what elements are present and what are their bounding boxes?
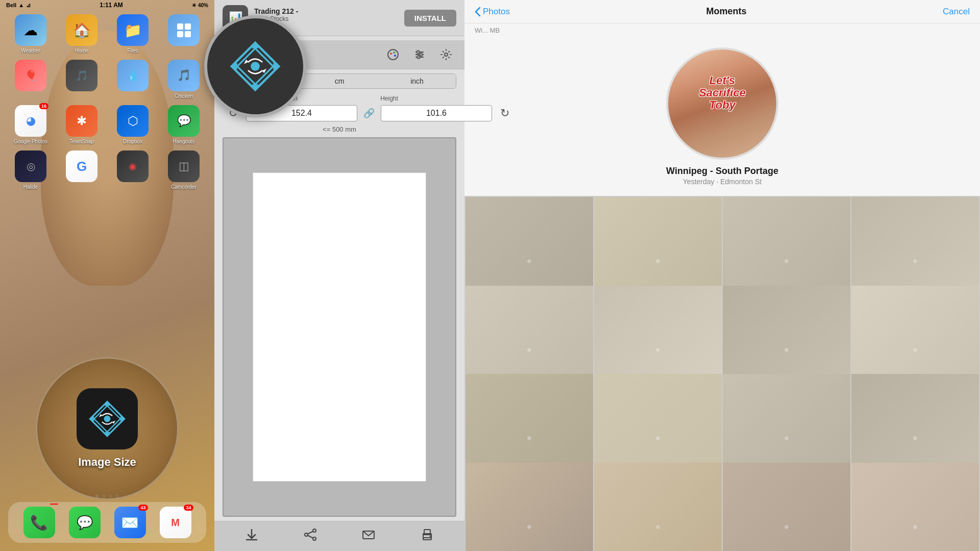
weather-label: Weather	[21, 48, 40, 54]
canvas-area	[223, 137, 456, 517]
hearts-icon-img: 🎈	[15, 60, 46, 91]
app-grid: ☁ Weather 🏠 Home 📁 Files 🎈	[8, 14, 206, 190]
misc-icon-img: ◉	[117, 151, 149, 182]
install-button[interactable]: INSTALL	[404, 10, 456, 27]
rotate-right-button[interactable]: ↻	[498, 107, 511, 120]
status-bar: Bell ▲ ⊿ 1:11 AM ✳ 40%	[0, 0, 214, 10]
app-icon-hangouts[interactable]: 💬 Hangouts	[161, 105, 206, 144]
unit-tab-inch[interactable]: inch	[378, 74, 456, 88]
svg-marker-7	[99, 414, 102, 417]
app-icon-camcorder[interactable]: ◫ Camcorder	[161, 151, 206, 190]
app-icon-misc[interactable]: ◉	[110, 151, 155, 190]
email-icon[interactable]	[361, 528, 376, 545]
files-icon-img: 📁	[117, 14, 149, 46]
battery-label: 40%	[198, 3, 208, 8]
chain-link-icon[interactable]: 🔗	[363, 108, 375, 119]
iphone-dock: 📞 💬 ✉️ 43 M 34	[8, 502, 206, 543]
photos-back-button[interactable]: Photos	[475, 7, 510, 17]
dock-gmail[interactable]: M 34	[160, 507, 191, 538]
svg-point-31	[313, 529, 316, 532]
home-icon-img: 🏠	[66, 14, 97, 46]
dock-mail[interactable]: ✉️ 43	[114, 507, 146, 538]
app-icon-files[interactable]: 📁 Files	[110, 14, 155, 54]
svg-rect-38	[424, 530, 430, 534]
dock-phone[interactable]: 📞	[23, 507, 55, 538]
app-icon-google[interactable]: G	[59, 151, 104, 190]
gphotos-label: Google Photos	[14, 139, 47, 144]
max-note: <= 500 mm	[214, 126, 464, 133]
app-icon-chicken[interactable]: 🎵 Chicken	[161, 60, 206, 99]
tshirt-text: Let's Sacrifice Toby	[699, 74, 746, 112]
weather-icon-img: ☁	[15, 14, 46, 46]
app-icon-dropbox[interactable]: ⬡ Dropbox	[110, 105, 155, 144]
height-input-group	[381, 105, 492, 121]
photos-cancel-button[interactable]: Cancel	[943, 7, 970, 17]
svg-point-32	[305, 533, 308, 536]
app-icon-teamsnap[interactable]: ✱ TeamSnap	[59, 105, 104, 144]
dropbox-label: Dropbox	[123, 139, 142, 144]
gear-icon[interactable]	[438, 46, 454, 63]
app-circle-overlay[interactable]: Image Size	[36, 357, 179, 500]
iphone-panel: Bell ▲ ⊿ 1:11 AM ✳ 40% ☁ Weather 🏠 Home …	[0, 0, 214, 551]
app-icon-weather[interactable]: ☁ Weather	[8, 14, 53, 54]
gphotos-badge: 16	[39, 103, 48, 109]
svg-point-21	[393, 52, 395, 54]
app-icon-halide[interactable]: ◎ Halide	[8, 151, 53, 190]
palette-icon[interactable]	[385, 46, 401, 63]
signal-icon: ▲	[18, 2, 24, 8]
svg-point-22	[394, 55, 396, 57]
bluetooth-icon: ✳	[192, 3, 196, 8]
height-label: Height	[339, 95, 439, 102]
photos-panel: Photos Moments Cancel Wi... MB Let's Sac…	[464, 0, 980, 551]
halide-icon-img: ◎	[15, 151, 46, 182]
photo-cell-14[interactable]	[594, 463, 722, 552]
wifi-icon: ⊿	[26, 2, 31, 9]
download-icon[interactable]	[244, 528, 259, 545]
gphotos-icon-img: ◕ 16	[15, 105, 46, 137]
photo-cell-15[interactable]	[723, 463, 850, 552]
app-icon-gphotos[interactable]: ◕ 16 Google Photos	[8, 105, 53, 144]
dropbox-icon-img: ⬡	[117, 105, 149, 137]
image-size-panel: 📊 Trading 212 - rex & Stocks FREE INSTAL…	[214, 0, 464, 551]
status-right: ✳ 40%	[192, 3, 208, 8]
sticker-icon-img: 🎵	[66, 60, 97, 91]
photo-grid	[464, 196, 980, 551]
profile-section: Let's Sacrifice Toby Winnipeg - South Po…	[464, 37, 980, 196]
halide-label: Halide	[23, 184, 38, 190]
app-icon-sticker[interactable]: 🎵	[59, 60, 104, 99]
svg-point-19	[388, 49, 398, 60]
unit-tab-cm[interactable]: cm	[301, 74, 378, 88]
water-icon-img: 💧	[117, 60, 149, 91]
app-icon-hearts[interactable]: 🎈	[8, 60, 53, 99]
teamsnap-label: TeamSnap	[69, 139, 94, 144]
dock-messages[interactable]: 💬	[69, 507, 101, 538]
photo-cell-13[interactable]	[465, 463, 593, 552]
svg-point-28	[417, 56, 420, 59]
mail-icon: ✉️	[121, 514, 139, 531]
image-size-label: Image Size	[78, 456, 136, 469]
status-left: Bell ▲ ⊿	[6, 2, 31, 9]
grid4-icon-img	[168, 14, 200, 46]
hangouts-icon-img: 💬	[168, 105, 200, 137]
chicken-icon-img: 🎵	[168, 60, 200, 91]
photos-header: Photos Moments Cancel	[464, 0, 980, 23]
svg-marker-8	[112, 420, 115, 423]
photos-page-title: Moments	[706, 6, 747, 17]
height-input[interactable]	[381, 105, 492, 121]
camcorder-icon-img: ◫	[168, 151, 200, 182]
app-icon-water[interactable]: 💧	[110, 60, 155, 99]
status-time: 1:11 AM	[100, 2, 123, 9]
phone-badge	[50, 504, 58, 505]
svg-point-29	[445, 53, 448, 56]
app-icon-grid4[interactable]	[161, 14, 206, 54]
photos-info-row: Wi... MB	[464, 23, 980, 37]
svg-point-20	[390, 53, 392, 55]
share-icon[interactable]	[303, 528, 317, 545]
sliders-icon[interactable]	[411, 46, 428, 63]
photo-cell-16[interactable]	[851, 463, 979, 552]
app-bottom-bar	[214, 521, 464, 551]
photos-back-label: Photos	[483, 7, 510, 17]
print-icon[interactable]	[420, 528, 434, 545]
chicken-label: Chicken	[175, 93, 193, 99]
app-icon-home[interactable]: 🏠 Home	[59, 14, 104, 54]
